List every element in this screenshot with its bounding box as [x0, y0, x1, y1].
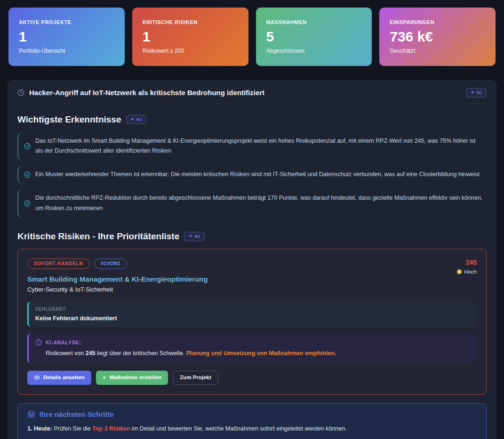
- ki-analysis-recommendation: Planung und Umsetzung von Maßnahmen empf…: [186, 350, 336, 357]
- step-accent: Top 3 Risiken: [92, 425, 130, 432]
- steps-list: 1. Heute: Prüfen Sie die Top 3 Risiken i…: [27, 424, 477, 439]
- ki-analysis-text: Risikowert von 245 liegt über der kritis…: [46, 350, 470, 357]
- go-to-project-button[interactable]: Zum Projekt: [173, 371, 218, 385]
- ki-badge: ✦ KI: [184, 232, 205, 241]
- create-measure-button[interactable]: + Maßnahme erstellen: [96, 371, 168, 385]
- clock-icon: [17, 89, 24, 96]
- stat-label: EINSPARUNGEN: [390, 19, 485, 25]
- insight-item: Die durchschnittliche RPZ-Reduktion durc…: [17, 189, 487, 218]
- stat-card-massnahmen: MASSNAHMEN 5 Abgeschlossen: [256, 8, 372, 66]
- ki-badge-label: KI: [477, 90, 482, 95]
- ki-analysis-value: 245: [86, 350, 96, 357]
- fehlerart-value: Keine Fehlerart dokumentiert: [35, 315, 470, 322]
- insights-title-text: Wichtigste Erkenntnisse: [17, 114, 121, 125]
- stat-sub: Risikowert ≥ 200: [143, 48, 238, 54]
- next-steps-title: Ihre nächsten Schritte: [40, 410, 114, 418]
- step-item: 1. Heute: Prüfen Sie die Top 3 Risiken i…: [27, 424, 477, 433]
- insights-section-title: Wichtigste Erkenntnisse ✦ KI: [17, 114, 487, 125]
- insight-text: Das IoT-Netzwerk im Smart Building Manag…: [35, 136, 485, 157]
- risks-title-text: Kritische Risiken - Ihre Prioritätenlist…: [17, 231, 179, 242]
- insight-text: Ein Muster wiederkehrender Themen ist er…: [35, 170, 480, 180]
- check-circle-icon: [24, 143, 31, 149]
- ki-analysis-head: KI-ANALYSE:: [35, 339, 470, 346]
- ki-analysis-box: KI-ANALYSE: Risikowert von 245 liegt übe…: [27, 333, 477, 363]
- ki-analysis-text-mid: liegt über der kritischen Schwelle.: [96, 350, 186, 357]
- check-circle-icon: [24, 171, 31, 178]
- ki-badge: ✦ KI: [466, 88, 487, 98]
- stat-card-aktive-projekte: AKTIVE PROJEKTE 1 Portfolio-Übersicht: [8, 8, 125, 66]
- ki-badge-label: KI: [137, 117, 142, 122]
- stats-row: AKTIVE PROJEKTE 1 Portfolio-Übersicht KR…: [8, 8, 496, 66]
- insight-item: Das IoT-Netzwerk im Smart Building Manag…: [17, 132, 487, 161]
- risk-card: SOFORT HANDELN #1VON1 Smart Building Man…: [17, 249, 487, 395]
- insight-text: Die durchschnittliche RPZ-Reduktion durc…: [35, 193, 485, 214]
- stat-label: KRITISCHE RISIKEN: [143, 19, 238, 25]
- stat-value: 1: [19, 29, 114, 44]
- panel-header: Hacker-Angriff auf IoT-Netzwerk als krit…: [17, 81, 487, 104]
- panel-headline: Hacker-Angriff auf IoT-Netzwerk als krit…: [29, 89, 461, 97]
- urgency-pill: SOFORT HANDELN: [27, 259, 90, 269]
- stat-value: 736 k€: [390, 29, 485, 44]
- risk-card-main: SOFORT HANDELN #1VON1 Smart Building Man…: [27, 259, 457, 293]
- go-to-project-button-label: Zum Projekt: [180, 374, 211, 381]
- severity-label: Hoch: [464, 269, 477, 275]
- severity-dot-icon: [457, 269, 462, 274]
- rank-pill: #1VON1: [95, 259, 127, 269]
- stat-sub: Geschätzt: [390, 48, 485, 54]
- fehlerart-box: FEHLERART: Keine Fehlerart dokumentiert: [27, 301, 477, 327]
- sparkle-icon: ✦: [471, 90, 474, 95]
- check-circle-icon: [24, 200, 31, 207]
- stat-label: MASSNAHMEN: [266, 19, 362, 25]
- ki-analysis-label: KI-ANALYSE:: [46, 340, 81, 345]
- step-number: 1.: [27, 425, 32, 432]
- stat-sub: Abgeschlossen: [266, 48, 362, 54]
- rpn-value: 245: [457, 259, 477, 266]
- ki-analysis-text-pre: Risikowert von: [46, 350, 86, 357]
- risk-actions: Details ansehen + Maßnahme erstellen Zum…: [27, 371, 477, 385]
- stat-card-einsparungen: EINSPARUNGEN 736 k€ Geschätzt: [379, 8, 496, 66]
- pill-row: SOFORT HANDELN #1VON1: [27, 259, 457, 269]
- fehlerart-label: FEHLERART:: [35, 307, 470, 312]
- info-circle-icon: [35, 339, 42, 346]
- insights-panel: Hacker-Angriff auf IoT-Netzwerk als krit…: [8, 80, 496, 439]
- details-button-label: Details ansehen: [43, 374, 85, 381]
- risk-score: 245 Hoch: [457, 259, 477, 275]
- insight-item: Ein Muster wiederkehrender Themen ist er…: [17, 165, 487, 184]
- risk-card-top: SOFORT HANDELN #1VON1 Smart Building Man…: [27, 259, 477, 293]
- stat-sub: Portfolio-Übersicht: [19, 48, 114, 54]
- dashboard-page: AKTIVE PROJEKTE 1 Portfolio-Übersicht KR…: [0, 0, 504, 439]
- next-steps-panel: Ihre nächsten Schritte 1. Heute: Prüfen …: [17, 403, 487, 439]
- step-text: Prüfen Sie die: [52, 425, 92, 432]
- ki-badge-label: KI: [195, 234, 200, 239]
- plus-icon: +: [103, 375, 106, 380]
- risk-title: Smart Building Management & KI-Energieop…: [27, 275, 457, 283]
- stat-label: AKTIVE PROJEKTE: [19, 19, 114, 25]
- ki-badge: ✦ KI: [126, 115, 147, 124]
- next-steps-head: Ihre nächsten Schritte: [27, 410, 477, 418]
- layers-icon: [27, 410, 35, 418]
- risk-subtitle: Cyber-Security & IoT-Sicherheit: [27, 286, 457, 293]
- step-lead: Heute:: [32, 425, 52, 432]
- severity: Hoch: [457, 269, 477, 275]
- eye-icon: [34, 374, 40, 381]
- step-text: im Detail und bewerten Sie, welche Maßna…: [130, 425, 347, 432]
- create-measure-button-label: Maßnahme erstellen: [110, 374, 162, 381]
- sparkle-icon: ✦: [131, 117, 135, 122]
- stat-card-kritische-risiken: KRITISCHE RISIKEN 1 Risikowert ≥ 200: [132, 8, 248, 66]
- risks-section-title: Kritische Risiken - Ihre Prioritätenlist…: [17, 231, 487, 242]
- stat-value: 1: [143, 29, 238, 44]
- sparkle-icon: ✦: [189, 234, 192, 238]
- stat-value: 5: [266, 29, 362, 44]
- details-button[interactable]: Details ansehen: [27, 371, 91, 385]
